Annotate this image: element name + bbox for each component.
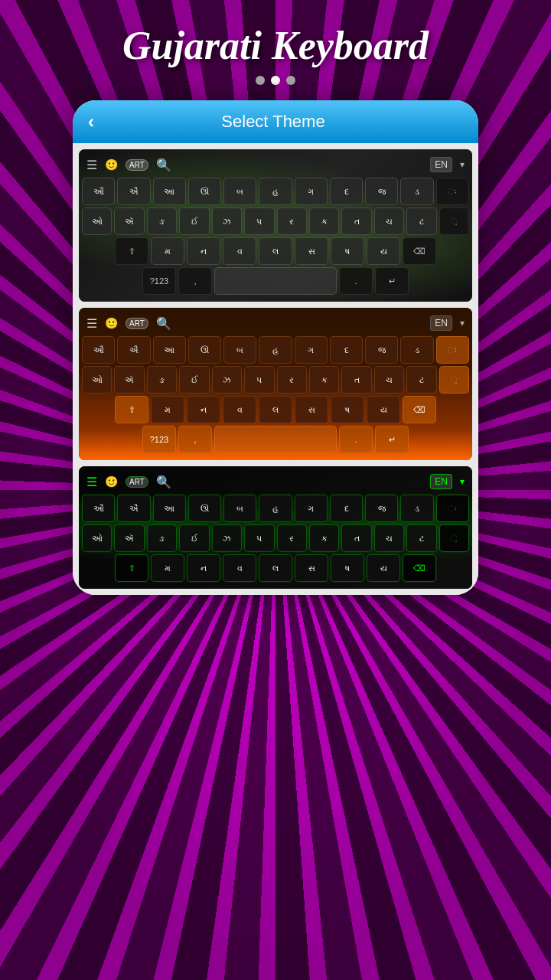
key[interactable]: ત — [341, 366, 371, 394]
lang-badge-2[interactable]: EN — [430, 315, 452, 331]
comma-key-1[interactable]: , — [178, 267, 212, 295]
key[interactable]: ચ — [374, 524, 404, 552]
key[interactable]: ષ — [331, 554, 364, 582]
menu-icon-2[interactable]: ☰ — [86, 316, 97, 331]
keyboard-theme-3[interactable]: ☰ 🙂 ART 🔍 EN ▾ ઔ ઐ આ ઊ બ હ ગ — [79, 466, 472, 589]
backspace-key-3[interactable]: ⌫ — [403, 554, 436, 582]
key[interactable]: ટ — [406, 207, 436, 235]
key[interactable]: આ — [153, 178, 186, 205]
key[interactable]: આ — [153, 495, 186, 522]
emoji-icon-2[interactable]: 🙂 — [105, 317, 118, 329]
key[interactable]: ઈ — [179, 366, 209, 394]
key[interactable]: ટ — [406, 366, 436, 394]
key[interactable]: ગ — [295, 178, 328, 205]
period-key-2[interactable]: . — [339, 426, 373, 453]
key[interactable]: ઙ — [147, 207, 177, 235]
shift-key-3[interactable]: ⇧ — [115, 554, 148, 582]
key[interactable]: ઼ — [439, 207, 469, 235]
key[interactable]: ઔ — [82, 178, 115, 205]
space-key-2[interactable] — [214, 426, 337, 453]
key[interactable]: મ — [151, 554, 184, 582]
dropdown-icon-2[interactable]: ▾ — [460, 318, 465, 328]
key[interactable]: સ — [295, 396, 328, 423]
key[interactable]: લ — [259, 554, 292, 582]
key[interactable]: ત — [341, 207, 371, 235]
key[interactable]: ઈ — [179, 207, 209, 235]
dot-1[interactable] — [256, 76, 265, 85]
key[interactable]: ડ — [400, 495, 433, 522]
dot-2[interactable] — [271, 76, 280, 85]
key[interactable]: ય — [367, 396, 400, 423]
menu-icon-1[interactable]: ☰ — [86, 158, 97, 172]
key[interactable]: ક — [309, 207, 339, 235]
key[interactable]: સ — [295, 554, 328, 582]
key[interactable]: ગ — [295, 495, 328, 522]
key[interactable]: દ — [330, 336, 363, 364]
key[interactable]: ઙ — [147, 524, 177, 552]
lang-badge-3[interactable]: EN — [430, 474, 452, 489]
key[interactable]: ઃ — [436, 178, 469, 205]
key[interactable]: ઊ — [188, 495, 221, 522]
back-button[interactable]: ‹ — [88, 111, 94, 132]
period-key-1[interactable]: . — [339, 267, 373, 295]
search-icon-2[interactable]: 🔍 — [156, 316, 171, 331]
key[interactable]: પ — [244, 207, 274, 235]
dropdown-icon-3[interactable]: ▾ — [460, 476, 465, 487]
key[interactable]: દ — [330, 495, 363, 522]
key[interactable]: ઝ — [212, 366, 242, 394]
key[interactable]: વ — [223, 396, 256, 423]
lang-badge-1[interactable]: EN — [430, 157, 452, 172]
art-badge-1[interactable]: ART — [126, 159, 148, 171]
key[interactable]: વ — [223, 237, 256, 265]
key[interactable]: જ — [365, 178, 398, 205]
key[interactable]: ક — [309, 524, 339, 552]
key[interactable]: ઃ — [436, 336, 469, 364]
key[interactable]: ઝ — [212, 524, 242, 552]
key[interactable]: ષ — [331, 396, 364, 423]
art-badge-3[interactable]: ART — [126, 476, 148, 488]
space-key-1[interactable] — [214, 267, 337, 295]
backspace-key-2[interactable]: ⌫ — [403, 396, 436, 423]
key[interactable]: ઝ — [212, 207, 242, 235]
enter-key-1[interactable]: ↵ — [375, 267, 409, 295]
key[interactable]: ન — [187, 554, 220, 582]
key[interactable]: હ — [259, 495, 292, 522]
key[interactable]: આ — [153, 336, 186, 364]
key[interactable]: લ — [259, 237, 292, 265]
key[interactable]: ઓ — [82, 207, 112, 235]
key[interactable]: ઐ — [117, 336, 150, 364]
search-icon-1[interactable]: 🔍 — [156, 158, 171, 172]
key[interactable]: ડ — [400, 336, 433, 364]
key[interactable]: ઔ — [82, 336, 115, 364]
comma-key-2[interactable]: , — [178, 426, 212, 453]
key[interactable]: મ — [151, 237, 184, 265]
key[interactable]: ઼ — [439, 366, 469, 394]
backspace-key-1[interactable]: ⌫ — [403, 237, 436, 265]
key[interactable]: લ — [259, 396, 292, 423]
numbers-key-1[interactable]: ?123 — [142, 267, 176, 295]
key[interactable]: ઊ — [188, 178, 221, 205]
key[interactable]: ન — [187, 237, 220, 265]
key[interactable]: ચ — [374, 366, 404, 394]
key[interactable]: જ — [365, 495, 398, 522]
emoji-icon-3[interactable]: 🙂 — [105, 475, 118, 488]
numbers-key-2[interactable]: ?123 — [142, 426, 176, 453]
key[interactable]: ઍ — [114, 366, 144, 394]
key[interactable]: જ — [365, 336, 398, 364]
key[interactable]: ઍ — [114, 207, 144, 235]
key[interactable]: ઈ — [179, 524, 209, 552]
key[interactable]: મ — [151, 396, 184, 423]
key[interactable]: ઼ — [439, 524, 469, 552]
key[interactable]: ત — [341, 524, 371, 552]
key[interactable]: ઐ — [117, 178, 150, 205]
key[interactable]: બ — [223, 178, 256, 205]
search-icon-3[interactable]: 🔍 — [156, 475, 171, 489]
key[interactable]: પ — [244, 524, 274, 552]
key[interactable]: ઐ — [117, 495, 150, 522]
key[interactable]: ઓ — [82, 366, 112, 394]
enter-key-2[interactable]: ↵ — [375, 426, 409, 453]
key[interactable]: ય — [367, 554, 400, 582]
key[interactable]: હ — [259, 336, 292, 364]
key[interactable]: ઃ — [436, 495, 469, 522]
key[interactable]: ઓ — [82, 524, 112, 552]
